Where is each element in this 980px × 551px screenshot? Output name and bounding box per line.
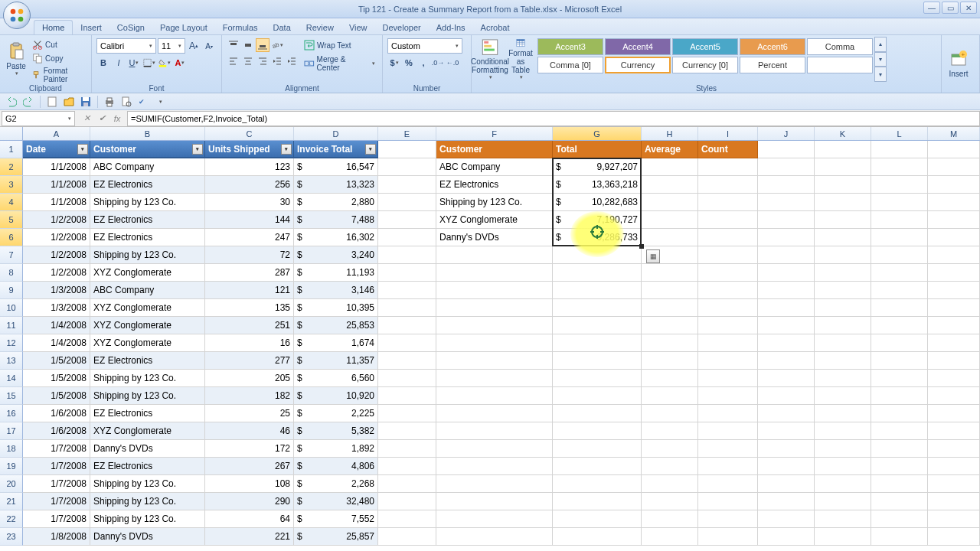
cell-units[interactable]: 277	[205, 352, 294, 370]
column-header-A[interactable]: A	[23, 127, 90, 140]
select-all-button[interactable]	[0, 127, 23, 140]
cell-date[interactable]: 1/7/2008	[23, 440, 90, 458]
ribbon-tab-acrobat[interactable]: Acrobat	[473, 21, 518, 34]
row-header-21[interactable]: 21	[0, 493, 23, 510]
cell-style-accent4[interactable]: Accent4	[605, 38, 671, 55]
grow-font-button[interactable]: A▴	[187, 39, 201, 53]
cell-date[interactable]: 1/8/2008	[23, 528, 90, 546]
cell-invoice[interactable]: $3,240	[294, 246, 378, 264]
cell-invoice[interactable]: $1,892	[294, 440, 378, 458]
cell-units[interactable]: 108	[205, 475, 294, 493]
cell-invoice[interactable]: $2,880	[294, 194, 378, 211]
cell-customer[interactable]: EZ Electronics	[90, 352, 205, 370]
cell-invoice[interactable]: $3,146	[294, 282, 378, 299]
qat-save-button[interactable]	[79, 95, 93, 109]
conditional-formatting-button[interactable]: Conditional Formatting▾	[475, 37, 505, 82]
cell-style-blank[interactable]	[807, 57, 873, 73]
qat-preview-button[interactable]	[119, 95, 133, 109]
summary-header-average[interactable]: Average	[642, 141, 698, 158]
cell-date[interactable]: 1/7/2008	[23, 493, 90, 510]
align-left-button[interactable]	[227, 54, 240, 68]
cell-date[interactable]: 1/7/2008	[23, 475, 90, 493]
row-header-1[interactable]: 1	[0, 141, 23, 158]
row-header-14[interactable]: 14	[0, 370, 23, 387]
cell-customer[interactable]: Shipping by 123 Co.	[90, 370, 205, 387]
cell-units[interactable]: 72	[205, 246, 294, 264]
cell-units[interactable]: 267	[205, 458, 294, 475]
cell-invoice[interactable]: $32,480	[294, 493, 378, 510]
decrease-indent-button[interactable]	[270, 54, 284, 68]
cell-customer[interactable]: EZ Electronics	[90, 405, 205, 422]
cell-units[interactable]: 16	[205, 334, 294, 352]
gallery-scroll-up-button[interactable]: ▴	[874, 37, 887, 52]
cell-customer[interactable]: XYZ Conglomerate	[90, 317, 205, 334]
row-header-23[interactable]: 23	[0, 528, 23, 546]
underline-button[interactable]: U▾	[127, 56, 141, 70]
cell-date[interactable]: 1/7/2008	[23, 510, 90, 528]
qat-new-button[interactable]	[45, 95, 59, 109]
cell-date[interactable]: 1/1/2008	[23, 176, 90, 194]
table-header-customer[interactable]: Customer▾	[90, 141, 205, 158]
cell-style-accent5[interactable]: Accent5	[672, 38, 738, 55]
summary-customer[interactable]: ABC Company	[436, 158, 553, 176]
cancel-formula-button[interactable]: ✕	[80, 112, 93, 126]
format-painter-button[interactable]: Format Painter	[31, 66, 87, 84]
cell-invoice[interactable]: $11,193	[294, 264, 378, 282]
cell-customer[interactable]: XYZ Conglomerate	[90, 299, 205, 317]
cell-customer[interactable]: ABC Company	[90, 158, 205, 176]
cell-customer[interactable]: EZ Electronics	[90, 211, 205, 229]
cell-customer[interactable]: Danny's DVDs	[90, 440, 205, 458]
formula-input[interactable]: =SUMIF(Customer,F2,Invoice_Total)	[127, 111, 980, 126]
row-header-2[interactable]: 2	[0, 158, 23, 176]
cell-date[interactable]: 1/1/2008	[23, 158, 90, 176]
summary-total[interactable]: $9,286,733	[553, 229, 642, 246]
cell-customer[interactable]: XYZ Conglomerate	[90, 422, 205, 440]
cell-date[interactable]: 1/6/2008	[23, 405, 90, 422]
summary-customer[interactable]: Shipping by 123 Co.	[436, 194, 553, 211]
ribbon-tab-page-layout[interactable]: Page Layout	[152, 21, 215, 34]
number-format-select[interactable]: Custom▾	[387, 38, 462, 54]
cell-invoice[interactable]: $6,560	[294, 370, 378, 387]
cell-date[interactable]: 1/2/2008	[23, 211, 90, 229]
bold-button[interactable]: B	[96, 56, 110, 70]
cell-units[interactable]: 205	[205, 370, 294, 387]
merge-center-button[interactable]: aMerge & Center▾	[302, 54, 377, 73]
summary-total[interactable]: $10,282,683	[553, 194, 642, 211]
summary-total[interactable]: $7,190,727	[553, 211, 642, 229]
row-header-9[interactable]: 9	[0, 282, 23, 299]
cell-invoice[interactable]: $2,225	[294, 405, 378, 422]
cell-units[interactable]: 30	[205, 194, 294, 211]
cell-customer[interactable]: Danny's DVDs	[90, 528, 205, 546]
undo-button[interactable]	[5, 95, 18, 109]
cell-invoice[interactable]: $25,853	[294, 317, 378, 334]
orientation-button[interactable]: ab▾	[270, 38, 284, 52]
cell-customer[interactable]: Shipping by 123 Co.	[90, 493, 205, 510]
cell-date[interactable]: 1/3/2008	[23, 282, 90, 299]
column-header-B[interactable]: B	[90, 127, 205, 140]
qat-spelling-button[interactable]: ✔	[136, 95, 150, 109]
cell-invoice[interactable]: $10,395	[294, 299, 378, 317]
ribbon-tab-home[interactable]: Home	[34, 20, 73, 34]
cell-customer[interactable]: XYZ Conglomerate	[90, 264, 205, 282]
ribbon-tab-add-ins[interactable]: Add-Ins	[429, 21, 473, 34]
cell-invoice[interactable]: $5,382	[294, 422, 378, 440]
cell-date[interactable]: 1/1/2008	[23, 194, 90, 211]
format-as-table-button[interactable]: Format as Table▾	[505, 37, 536, 82]
cell-customer[interactable]: Shipping by 123 Co.	[90, 194, 205, 211]
cell-date[interactable]: 1/4/2008	[23, 317, 90, 334]
column-header-D[interactable]: D	[294, 127, 378, 140]
cell-customer[interactable]: XYZ Conglomerate	[90, 334, 205, 352]
table-header-units-shipped[interactable]: Units Shipped▾	[205, 141, 294, 158]
column-header-F[interactable]: F	[436, 127, 553, 140]
office-button[interactable]	[3, 2, 31, 29]
cell-invoice[interactable]: $2,268	[294, 475, 378, 493]
qat-open-button[interactable]	[62, 95, 76, 109]
summary-total[interactable]: $9,927,207	[553, 158, 642, 176]
column-header-C[interactable]: C	[205, 127, 294, 140]
cell-units[interactable]: 256	[205, 176, 294, 194]
cell-units[interactable]: 251	[205, 317, 294, 334]
table-header-date[interactable]: Date▾	[23, 141, 90, 158]
cell-invoice[interactable]: $25,857	[294, 528, 378, 546]
row-header-17[interactable]: 17	[0, 422, 23, 440]
cell-invoice[interactable]: $7,552	[294, 510, 378, 528]
